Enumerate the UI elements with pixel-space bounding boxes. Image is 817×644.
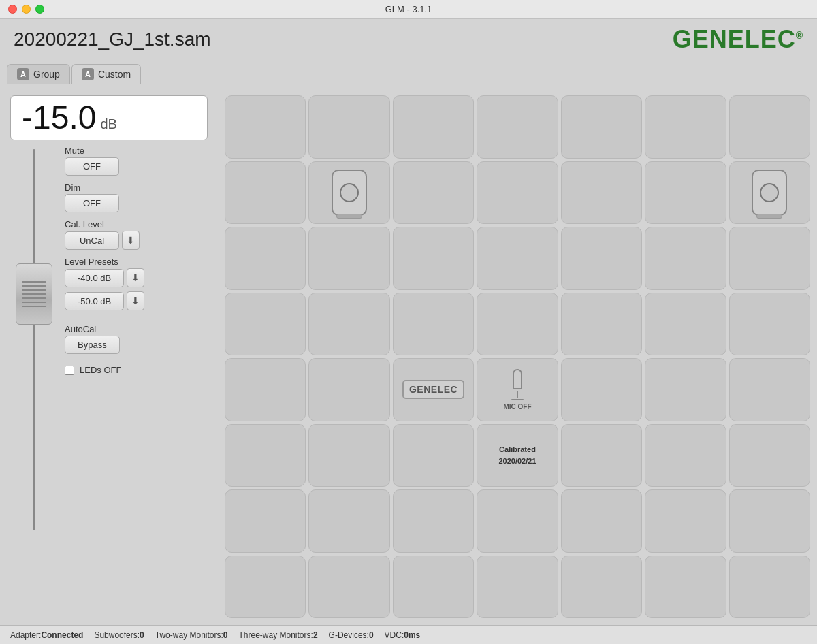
- autocal-label: AutoCal: [65, 324, 208, 334]
- grid-cell-6-1[interactable]: [225, 424, 306, 487]
- grid-cell-4-4[interactable]: [477, 293, 558, 356]
- grid-cell-1-3[interactable]: [393, 95, 474, 159]
- grid-cell-3-7[interactable]: [729, 227, 810, 290]
- subwoofers-status: Subwoofers:0: [94, 630, 144, 640]
- close-button[interactable]: [8, 5, 17, 14]
- speaker-icon: [752, 170, 787, 216]
- grid-cell-8-6[interactable]: [645, 556, 726, 619]
- speaker-cell-2-2[interactable]: [308, 161, 389, 225]
- grid-cell-7-2[interactable]: [308, 489, 389, 553]
- cal-level-button[interactable]: UnCal: [65, 231, 119, 250]
- grid-cell-7-3[interactable]: [393, 489, 474, 553]
- grid-cell-4-1[interactable]: [225, 293, 306, 356]
- grid-cell-8-4[interactable]: [477, 556, 558, 619]
- maximize-button[interactable]: [35, 5, 44, 14]
- grid-cell-5-1[interactable]: [225, 358, 306, 421]
- cal-level-row: UnCal ⬇: [65, 231, 208, 250]
- grid-cell-7-5[interactable]: [561, 489, 642, 553]
- grid-cell-3-2[interactable]: [308, 227, 389, 290]
- grid-cell-6-2[interactable]: [308, 424, 389, 487]
- preset1-dropdown[interactable]: ⬇: [127, 268, 144, 287]
- fader-track[interactable]: [33, 149, 35, 530]
- adapter-status: Adapter:Connected: [10, 630, 83, 640]
- grid-cell-2-5[interactable]: [561, 161, 642, 225]
- grid-cell-5-6[interactable]: [645, 358, 726, 421]
- grid-cell-6-6[interactable]: [645, 424, 726, 487]
- controls-area: Mute OFF Dim OFF Cal. Level UnCal ⬇: [10, 146, 208, 530]
- autocal-button[interactable]: Bypass: [65, 336, 120, 354]
- mic-icon: [511, 369, 524, 400]
- main-content: -15.0 dB: [0, 88, 817, 625]
- grid-cell-6-5[interactable]: [561, 424, 642, 487]
- fader-lines: [22, 281, 46, 307]
- mute-button[interactable]: OFF: [65, 157, 119, 176]
- grid-cell-4-5[interactable]: [561, 293, 642, 356]
- cal-level-dropdown[interactable]: ⬇: [122, 231, 140, 250]
- preset1-button[interactable]: -40.0 dB: [65, 269, 124, 287]
- grid-cell-3-3[interactable]: [393, 227, 474, 290]
- fader-line: [22, 302, 46, 303]
- grid-cell-4-3[interactable]: [393, 293, 474, 356]
- grid-cell-8-2[interactable]: [308, 556, 389, 619]
- grid-cell-3-4[interactable]: [477, 227, 558, 290]
- grid-cell-1-2[interactable]: [308, 95, 389, 159]
- tab-group-badge: A: [17, 68, 29, 80]
- grid-cell-8-5[interactable]: [561, 556, 642, 619]
- grid-cell-2-1[interactable]: [225, 161, 306, 225]
- tab-group[interactable]: A Group: [7, 64, 70, 84]
- volume-unit: dB: [100, 116, 116, 132]
- grid-cell-8-7[interactable]: [729, 556, 810, 619]
- grid-cell-1-7[interactable]: [729, 95, 810, 159]
- dim-button[interactable]: OFF: [65, 194, 119, 212]
- grid-cell-5-2[interactable]: [308, 358, 389, 421]
- fader-handle[interactable]: [16, 263, 52, 325]
- preset2-dropdown[interactable]: ⬇: [127, 291, 144, 310]
- grid-cell-2-6[interactable]: [645, 161, 726, 225]
- grid-cell-5-7[interactable]: [729, 358, 810, 421]
- fader-container: [10, 146, 58, 530]
- grid-cell-7-1[interactable]: [225, 489, 306, 553]
- grid-cell-7-6[interactable]: [645, 489, 726, 553]
- autocal-control: AutoCal Bypass: [65, 324, 208, 354]
- dim-control: Dim OFF: [65, 182, 208, 212]
- grid-cell-1-4[interactable]: [477, 95, 558, 159]
- leds-checkbox[interactable]: [65, 366, 74, 375]
- grid-cell-8-3[interactable]: [393, 556, 474, 619]
- grid-cell-5-5[interactable]: [561, 358, 642, 421]
- tabs-row: A Group A Custom: [0, 60, 817, 88]
- grid-cell-7-4[interactable]: [477, 489, 558, 553]
- calibrated-text: Calibrated2020/02/21: [498, 444, 536, 466]
- two-way-status: Two-way Monitors:0: [155, 630, 228, 640]
- cal-level-control: Cal. Level UnCal ⬇: [65, 219, 208, 250]
- grid-cell-4-2[interactable]: [308, 293, 389, 356]
- mute-control: Mute OFF: [65, 146, 208, 176]
- calibrated-cell[interactable]: Calibrated2020/02/21: [477, 424, 558, 487]
- tab-custom[interactable]: A Custom: [71, 64, 141, 84]
- mic-cell[interactable]: MIC OFF: [477, 358, 558, 421]
- title-bar: GLM - 3.1.1: [0, 0, 817, 19]
- volume-value: -15.0: [22, 101, 96, 134]
- filename-label: 20200221_GJ_1st.sam: [14, 29, 211, 50]
- grid-cell-6-7[interactable]: [729, 424, 810, 487]
- grid-cell-3-1[interactable]: [225, 227, 306, 290]
- grid-cell-2-3[interactable]: [393, 161, 474, 225]
- grid-cell-6-3[interactable]: [393, 424, 474, 487]
- grid-cell-1-6[interactable]: [645, 95, 726, 159]
- grid-cell-3-5[interactable]: [561, 227, 642, 290]
- grid-cell-4-7[interactable]: [729, 293, 810, 356]
- grid-cell-1-1[interactable]: [225, 95, 306, 159]
- grid-cell-1-5[interactable]: [561, 95, 642, 159]
- g-devices-status: G-Devices:0: [329, 630, 374, 640]
- grid-cell-4-6[interactable]: [645, 293, 726, 356]
- tab-custom-label: Custom: [98, 69, 131, 80]
- preset2-button[interactable]: -50.0 dB: [65, 292, 124, 310]
- fader-line: [22, 281, 46, 283]
- speaker-cell-2-7[interactable]: [729, 161, 810, 225]
- grid-cell-7-7[interactable]: [729, 489, 810, 553]
- window-title: GLM - 3.1.1: [385, 4, 432, 14]
- grid-cell-3-6[interactable]: [645, 227, 726, 290]
- grid-cell-8-1[interactable]: [225, 556, 306, 619]
- genelec-device-cell[interactable]: GENELEC: [393, 358, 474, 421]
- grid-cell-2-4[interactable]: [477, 161, 558, 225]
- minimize-button[interactable]: [22, 5, 31, 14]
